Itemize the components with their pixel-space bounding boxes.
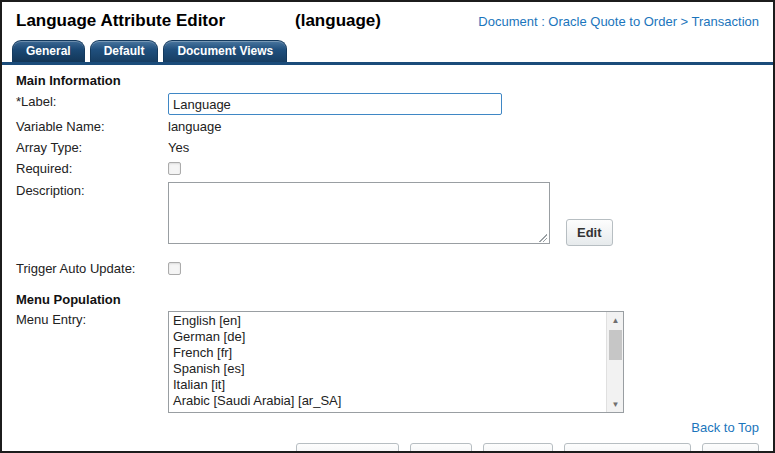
menu-entry-options: English [en] German [de] French [fr] Spa… xyxy=(169,313,606,412)
array-type-label: Array Type: xyxy=(16,139,168,157)
apply-button[interactable]: Apply xyxy=(410,443,472,453)
variable-name-label: Variable Name: xyxy=(16,118,168,136)
back-button[interactable]: Back xyxy=(702,443,759,453)
description-textarea[interactable] xyxy=(168,182,550,244)
update-button[interactable]: Update xyxy=(483,443,553,453)
array-type-value: Yes xyxy=(168,139,189,157)
trigger-auto-update-label: Trigger Auto Update: xyxy=(16,260,168,278)
section-title-menu-population: Menu Population xyxy=(16,292,759,308)
menu-entry-option[interactable]: English [en] xyxy=(169,313,606,329)
menu-entry-option[interactable]: Arabic [Saudi Arabia] [ar_SA] xyxy=(169,393,606,409)
trigger-auto-update-checkbox[interactable] xyxy=(168,262,181,275)
variable-name-row: Variable Name: language xyxy=(16,118,759,136)
menu-entry-option[interactable]: German [de] xyxy=(169,329,606,345)
menu-entry-option[interactable]: Italian [it] xyxy=(169,377,606,393)
menu-entry-option[interactable]: Chinese (Simplified) [China] [zh_CN] xyxy=(169,409,606,412)
footer-button-bar: Translations Apply Update Update and New… xyxy=(2,443,773,453)
description-row: Description: Edit xyxy=(16,182,759,248)
menu-entry-listbox[interactable]: English [en] German [de] French [fr] Spa… xyxy=(168,311,624,413)
back-to-top-link[interactable]: Back to Top xyxy=(691,420,759,435)
scroll-up-icon[interactable]: ▲ xyxy=(607,312,624,328)
scroll-down-icon[interactable]: ▼ xyxy=(607,396,624,412)
tab-default[interactable]: Default xyxy=(90,40,159,62)
required-row: Required: xyxy=(16,160,759,178)
page-subtitle: (language) xyxy=(295,11,381,31)
tab-document-views[interactable]: Document Views xyxy=(163,40,287,62)
label-row: *Label: xyxy=(16,93,759,115)
menu-entry-option[interactable]: French [fr] xyxy=(169,345,606,361)
document-context-link[interactable]: Document : Oracle Quote to Order > Trans… xyxy=(478,14,759,29)
page-title: Language Attribute Editor xyxy=(16,11,225,31)
trigger-auto-update-row: Trigger Auto Update: xyxy=(16,260,759,278)
menu-entry-row: Menu Entry: English [en] German [de] Fre… xyxy=(16,311,759,413)
menu-entry-label: Menu Entry: xyxy=(16,311,168,329)
translations-button[interactable]: Translations xyxy=(296,443,399,453)
update-and-new-button[interactable]: Update and New xyxy=(564,443,691,453)
tab-bar: General Default Document Views xyxy=(2,40,773,65)
menu-entry-option[interactable]: Spanish [es] xyxy=(169,361,606,377)
edit-button[interactable]: Edit xyxy=(566,219,613,246)
section-title-main-information: Main Information xyxy=(16,73,759,89)
required-checkbox[interactable] xyxy=(168,162,181,175)
required-label: Required: xyxy=(16,160,168,178)
page-header: Language Attribute Editor (language) Doc… xyxy=(2,2,773,31)
label-input[interactable] xyxy=(168,93,502,115)
variable-name-value: language xyxy=(168,118,222,136)
array-type-row: Array Type: Yes xyxy=(16,139,759,157)
description-label: Description: xyxy=(16,182,168,200)
tab-general[interactable]: General xyxy=(12,40,85,62)
scrollbar[interactable]: ▲ ▼ xyxy=(606,312,623,412)
label-field-label: *Label: xyxy=(16,93,168,111)
scroll-thumb[interactable] xyxy=(609,330,622,360)
